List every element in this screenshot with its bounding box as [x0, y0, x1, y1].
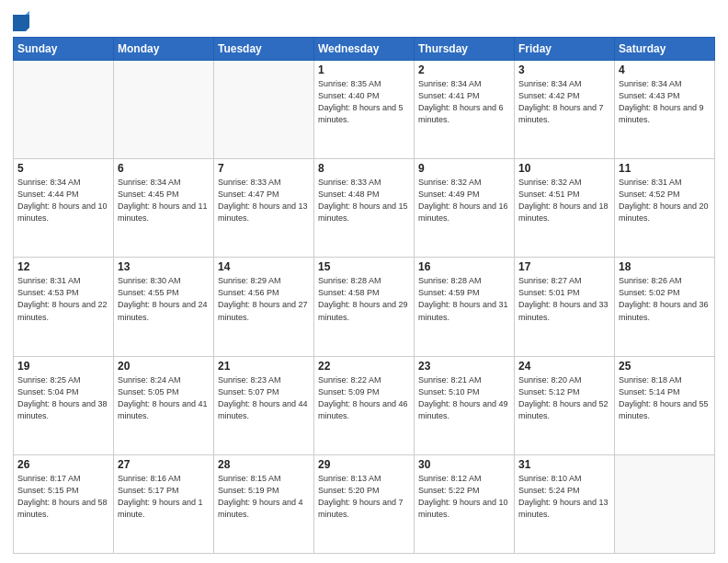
day-info: Sunrise: 8:34 AM Sunset: 4:43 PM Dayligh… — [619, 78, 711, 126]
day-number: 6 — [118, 162, 210, 175]
day-number: 28 — [218, 458, 310, 471]
calendar-table: SundayMondayTuesdayWednesdayThursdayFrid… — [13, 37, 715, 554]
weekday-header-sunday: Sunday — [14, 38, 114, 61]
day-number: 29 — [318, 458, 410, 471]
calendar-cell: 29Sunrise: 8:13 AM Sunset: 5:20 PM Dayli… — [314, 454, 415, 553]
day-number: 12 — [17, 260, 109, 273]
calendar-cell — [615, 454, 715, 553]
week-row-4: 26Sunrise: 8:17 AM Sunset: 5:15 PM Dayli… — [14, 454, 715, 553]
day-info: Sunrise: 8:17 AM Sunset: 5:15 PM Dayligh… — [17, 473, 109, 521]
day-number: 31 — [518, 458, 610, 471]
calendar-cell: 11Sunrise: 8:31 AM Sunset: 4:52 PM Dayli… — [615, 159, 715, 258]
calendar-cell: 19Sunrise: 8:25 AM Sunset: 5:04 PM Dayli… — [14, 356, 114, 454]
calendar-cell: 12Sunrise: 8:31 AM Sunset: 4:53 PM Dayli… — [14, 258, 114, 356]
calendar-cell: 10Sunrise: 8:32 AM Sunset: 4:51 PM Dayli… — [515, 159, 615, 258]
calendar-cell — [14, 61, 114, 159]
day-number: 15 — [318, 260, 410, 273]
calendar-cell: 23Sunrise: 8:21 AM Sunset: 5:10 PM Dayli… — [415, 356, 515, 454]
day-info: Sunrise: 8:30 AM Sunset: 4:55 PM Dayligh… — [118, 275, 210, 323]
calendar-cell: 6Sunrise: 8:34 AM Sunset: 4:45 PM Daylig… — [114, 159, 214, 258]
calendar-cell: 25Sunrise: 8:18 AM Sunset: 5:14 PM Dayli… — [615, 356, 715, 454]
day-info: Sunrise: 8:33 AM Sunset: 4:48 PM Dayligh… — [318, 177, 410, 224]
page: SundayMondayTuesdayWednesdayThursdayFrid… — [0, 0, 728, 563]
day-number: 18 — [619, 260, 711, 273]
day-info: Sunrise: 8:10 AM Sunset: 5:24 PM Dayligh… — [518, 473, 610, 521]
weekday-header-thursday: Thursday — [415, 38, 515, 61]
day-info: Sunrise: 8:34 AM Sunset: 4:41 PM Dayligh… — [418, 78, 510, 126]
day-info: Sunrise: 8:26 AM Sunset: 5:02 PM Dayligh… — [619, 275, 711, 323]
day-info: Sunrise: 8:18 AM Sunset: 5:14 PM Dayligh… — [619, 374, 711, 422]
day-number: 21 — [218, 360, 310, 373]
day-number: 23 — [418, 360, 510, 373]
day-number: 3 — [518, 63, 610, 76]
calendar-cell: 15Sunrise: 8:28 AM Sunset: 4:58 PM Dayli… — [314, 258, 415, 356]
calendar-cell: 17Sunrise: 8:27 AM Sunset: 5:01 PM Dayli… — [515, 258, 615, 356]
day-info: Sunrise: 8:21 AM Sunset: 5:10 PM Dayligh… — [418, 374, 510, 422]
day-info: Sunrise: 8:27 AM Sunset: 5:01 PM Dayligh… — [518, 275, 610, 323]
day-number: 8 — [318, 162, 410, 175]
day-number: 22 — [318, 360, 410, 373]
day-number: 27 — [118, 458, 210, 471]
calendar-cell: 7Sunrise: 8:33 AM Sunset: 4:47 PM Daylig… — [214, 159, 314, 258]
day-info: Sunrise: 8:28 AM Sunset: 4:59 PM Dayligh… — [418, 275, 510, 323]
day-info: Sunrise: 8:29 AM Sunset: 4:56 PM Dayligh… — [218, 275, 310, 323]
calendar-cell: 13Sunrise: 8:30 AM Sunset: 4:55 PM Dayli… — [114, 258, 214, 356]
day-info: Sunrise: 8:16 AM Sunset: 5:17 PM Dayligh… — [118, 473, 210, 521]
calendar-cell: 21Sunrise: 8:23 AM Sunset: 5:07 PM Dayli… — [214, 356, 314, 454]
weekday-header-tuesday: Tuesday — [214, 38, 314, 61]
calendar-cell: 8Sunrise: 8:33 AM Sunset: 4:48 PM Daylig… — [314, 159, 415, 258]
calendar-cell: 22Sunrise: 8:22 AM Sunset: 5:09 PM Dayli… — [314, 356, 415, 454]
day-info: Sunrise: 8:24 AM Sunset: 5:05 PM Dayligh… — [118, 374, 210, 422]
day-info: Sunrise: 8:32 AM Sunset: 4:49 PM Dayligh… — [418, 177, 510, 224]
day-info: Sunrise: 8:34 AM Sunset: 4:44 PM Dayligh… — [17, 177, 109, 224]
calendar-cell: 24Sunrise: 8:20 AM Sunset: 5:12 PM Dayli… — [515, 356, 615, 454]
calendar-cell: 1Sunrise: 8:35 AM Sunset: 4:40 PM Daylig… — [314, 61, 415, 159]
day-info: Sunrise: 8:34 AM Sunset: 4:45 PM Dayligh… — [118, 177, 210, 224]
day-number: 4 — [619, 63, 711, 76]
logo-icon — [13, 11, 29, 31]
day-number: 13 — [118, 260, 210, 273]
day-info: Sunrise: 8:34 AM Sunset: 4:42 PM Dayligh… — [518, 78, 610, 126]
day-info: Sunrise: 8:25 AM Sunset: 5:04 PM Dayligh… — [17, 374, 109, 422]
day-info: Sunrise: 8:33 AM Sunset: 4:47 PM Dayligh… — [218, 177, 310, 224]
calendar-cell: 5Sunrise: 8:34 AM Sunset: 4:44 PM Daylig… — [14, 159, 114, 258]
day-info: Sunrise: 8:13 AM Sunset: 5:20 PM Dayligh… — [318, 473, 410, 521]
day-number: 25 — [619, 360, 711, 373]
calendar-cell: 27Sunrise: 8:16 AM Sunset: 5:17 PM Dayli… — [114, 454, 214, 553]
calendar-cell: 28Sunrise: 8:15 AM Sunset: 5:19 PM Dayli… — [214, 454, 314, 553]
week-row-0: 1Sunrise: 8:35 AM Sunset: 4:40 PM Daylig… — [14, 61, 715, 159]
calendar-cell: 2Sunrise: 8:34 AM Sunset: 4:41 PM Daylig… — [415, 61, 515, 159]
weekday-header-friday: Friday — [515, 38, 615, 61]
day-info: Sunrise: 8:35 AM Sunset: 4:40 PM Dayligh… — [318, 78, 410, 126]
day-info: Sunrise: 8:12 AM Sunset: 5:22 PM Dayligh… — [418, 473, 510, 521]
week-row-3: 19Sunrise: 8:25 AM Sunset: 5:04 PM Dayli… — [14, 356, 715, 454]
calendar-cell: 30Sunrise: 8:12 AM Sunset: 5:22 PM Dayli… — [415, 454, 515, 553]
calendar-cell: 4Sunrise: 8:34 AM Sunset: 4:43 PM Daylig… — [615, 61, 715, 159]
day-info: Sunrise: 8:28 AM Sunset: 4:58 PM Dayligh… — [318, 275, 410, 323]
weekday-header-row: SundayMondayTuesdayWednesdayThursdayFrid… — [14, 38, 715, 61]
svg-marker-1 — [26, 11, 29, 15]
header — [13, 9, 715, 31]
calendar-cell: 31Sunrise: 8:10 AM Sunset: 5:24 PM Dayli… — [515, 454, 615, 553]
day-number: 14 — [218, 260, 310, 273]
logo — [13, 13, 32, 31]
week-row-2: 12Sunrise: 8:31 AM Sunset: 4:53 PM Dayli… — [14, 258, 715, 356]
day-number: 5 — [17, 162, 109, 175]
weekday-header-wednesday: Wednesday — [314, 38, 415, 61]
calendar-cell: 14Sunrise: 8:29 AM Sunset: 4:56 PM Dayli… — [214, 258, 314, 356]
day-number: 11 — [619, 162, 711, 175]
day-info: Sunrise: 8:23 AM Sunset: 5:07 PM Dayligh… — [218, 374, 310, 422]
calendar-cell: 3Sunrise: 8:34 AM Sunset: 4:42 PM Daylig… — [515, 61, 615, 159]
day-number: 24 — [518, 360, 610, 373]
calendar-cell: 20Sunrise: 8:24 AM Sunset: 5:05 PM Dayli… — [114, 356, 214, 454]
day-number: 19 — [17, 360, 109, 373]
day-number: 2 — [418, 63, 510, 76]
calendar-cell: 18Sunrise: 8:26 AM Sunset: 5:02 PM Dayli… — [615, 258, 715, 356]
weekday-header-saturday: Saturday — [615, 38, 715, 61]
day-info: Sunrise: 8:31 AM Sunset: 4:52 PM Dayligh… — [619, 177, 711, 224]
calendar-cell: 26Sunrise: 8:17 AM Sunset: 5:15 PM Dayli… — [14, 454, 114, 553]
week-row-1: 5Sunrise: 8:34 AM Sunset: 4:44 PM Daylig… — [14, 159, 715, 258]
day-info: Sunrise: 8:15 AM Sunset: 5:19 PM Dayligh… — [218, 473, 310, 521]
day-info: Sunrise: 8:31 AM Sunset: 4:53 PM Dayligh… — [17, 275, 109, 323]
day-info: Sunrise: 8:32 AM Sunset: 4:51 PM Dayligh… — [518, 177, 610, 224]
